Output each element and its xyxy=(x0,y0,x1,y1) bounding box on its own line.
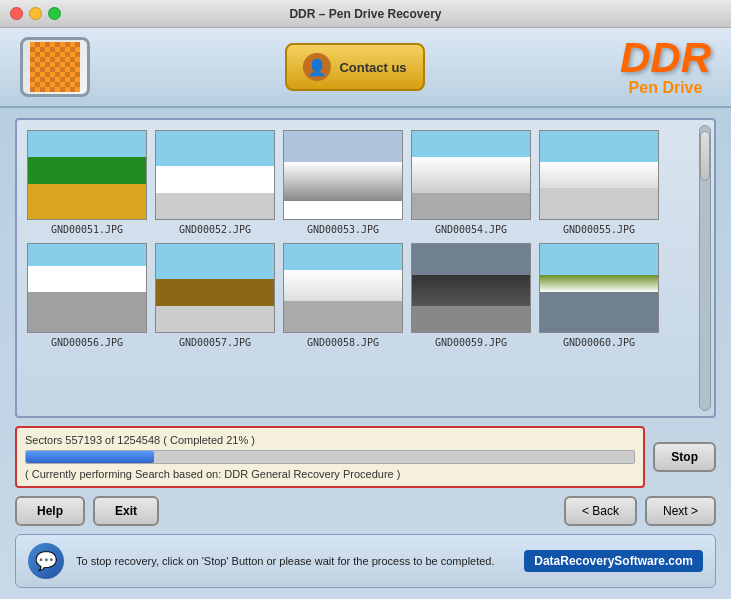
thumbnail xyxy=(155,243,275,333)
brand-sub: Pen Drive xyxy=(620,79,711,97)
window-title: DDR – Pen Drive Recovery xyxy=(289,7,441,21)
progress-bar-fill xyxy=(26,451,154,463)
back-button[interactable]: < Back xyxy=(564,496,637,526)
list-item[interactable]: GND00057.JPG xyxy=(155,243,275,348)
list-item[interactable]: GND00053.JPG xyxy=(283,130,403,235)
list-item[interactable]: GND00054.JPG xyxy=(411,130,531,235)
footer-url: DataRecoverySoftware.com xyxy=(524,550,703,572)
progress-box: Sectors 557193 of 1254548 ( Completed 21… xyxy=(15,426,645,488)
main-content: GND00051.JPG GND00052.JPG GND00053.JPG G… xyxy=(0,108,731,598)
thumbnail xyxy=(539,243,659,333)
contact-label: Contact us xyxy=(339,60,406,75)
thumbnail xyxy=(411,243,531,333)
thumbnail xyxy=(411,130,531,220)
app-logo xyxy=(20,37,90,97)
list-item[interactable]: GND00052.JPG xyxy=(155,130,275,235)
header: 👤 Contact us DDR Pen Drive xyxy=(0,28,731,108)
image-label: GND00055.JPG xyxy=(563,224,635,235)
footer: 💬 To stop recovery, click on 'Stop' Butt… xyxy=(15,534,716,588)
info-icon: 💬 xyxy=(28,543,64,579)
image-label: GND00057.JPG xyxy=(179,337,251,348)
logo-icon xyxy=(30,42,80,92)
header-center: 👤 Contact us xyxy=(90,43,620,91)
list-item[interactable]: GND00059.JPG xyxy=(411,243,531,348)
thumbnail xyxy=(539,130,659,220)
image-grid: GND00051.JPG GND00052.JPG GND00053.JPG G… xyxy=(15,118,716,418)
image-label: GND00058.JPG xyxy=(307,337,379,348)
bottom-buttons: Help Exit < Back Next > xyxy=(15,496,716,526)
contact-icon: 👤 xyxy=(303,53,331,81)
thumbnail xyxy=(283,243,403,333)
image-label: GND00056.JPG xyxy=(51,337,123,348)
image-label: GND00051.JPG xyxy=(51,224,123,235)
maximize-button[interactable] xyxy=(48,7,61,20)
progress-bar-track xyxy=(25,450,635,464)
list-item[interactable]: GND00058.JPG xyxy=(283,243,403,348)
help-button[interactable]: Help xyxy=(15,496,85,526)
stop-button[interactable]: Stop xyxy=(653,442,716,472)
thumbnail xyxy=(283,130,403,220)
list-item[interactable]: GND00051.JPG xyxy=(27,130,147,235)
scrollbar[interactable] xyxy=(699,125,711,411)
thumbnail xyxy=(27,130,147,220)
window-controls xyxy=(10,7,61,20)
image-row-2: GND00056.JPG GND00057.JPG GND00058.JPG G… xyxy=(27,243,704,348)
titlebar: DDR – Pen Drive Recovery xyxy=(0,0,731,28)
brand-ddr: DDR xyxy=(620,37,711,79)
minimize-button[interactable] xyxy=(29,7,42,20)
list-item[interactable]: GND00055.JPG xyxy=(539,130,659,235)
progress-status: ( Currently performing Search based on: … xyxy=(25,468,635,480)
brand: DDR Pen Drive xyxy=(620,37,711,97)
image-label: GND00060.JPG xyxy=(563,337,635,348)
image-label: GND00052.JPG xyxy=(179,224,251,235)
image-label: GND00053.JPG xyxy=(307,224,379,235)
scrollbar-thumb[interactable] xyxy=(700,131,710,181)
list-item[interactable]: GND00060.JPG xyxy=(539,243,659,348)
exit-button[interactable]: Exit xyxy=(93,496,159,526)
image-row-1: GND00051.JPG GND00052.JPG GND00053.JPG G… xyxy=(27,130,704,235)
progress-section: Sectors 557193 of 1254548 ( Completed 21… xyxy=(15,426,716,488)
contact-button[interactable]: 👤 Contact us xyxy=(285,43,424,91)
image-label: GND00054.JPG xyxy=(435,224,507,235)
thumbnail xyxy=(155,130,275,220)
thumbnail xyxy=(27,243,147,333)
image-label: GND00059.JPG xyxy=(435,337,507,348)
next-button[interactable]: Next > xyxy=(645,496,716,526)
footer-message: To stop recovery, click on 'Stop' Button… xyxy=(76,555,512,567)
close-button[interactable] xyxy=(10,7,23,20)
sectors-text: Sectors 557193 of 1254548 ( Completed 21… xyxy=(25,434,635,446)
list-item[interactable]: GND00056.JPG xyxy=(27,243,147,348)
